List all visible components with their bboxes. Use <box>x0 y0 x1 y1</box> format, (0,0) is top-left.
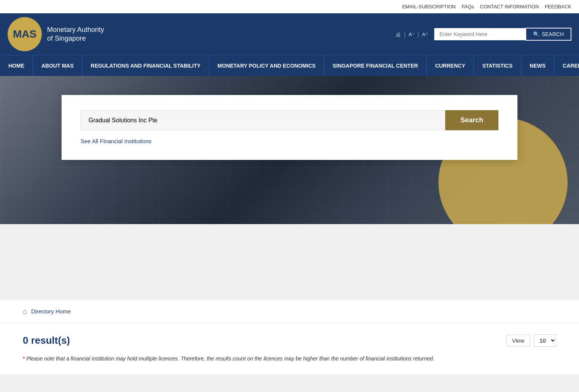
feedback-link[interactable]: FEEDBACK <box>545 4 571 9</box>
separator-1: · <box>458 4 459 9</box>
see-all-institutions-link[interactable]: See All Financial Institutions <box>81 138 152 144</box>
nav-statistics[interactable]: STATISTICS <box>474 55 521 76</box>
nav-careers[interactable]: CAREERS <box>554 55 579 76</box>
separator-3: · <box>541 4 543 9</box>
view-count-select[interactable]: 10 25 50 <box>534 334 556 347</box>
institution-search-box: Search See All Financial Institutions <box>62 95 517 160</box>
view-control: View 10 25 50 <box>506 334 556 347</box>
logo-link[interactable]: MAS Monetary Authority of Singapore <box>8 17 104 51</box>
header: MAS Monetary Authority of Singapore 🖨 | … <box>0 13 579 55</box>
nav-about-mas[interactable]: ABOUT MAS <box>33 55 82 76</box>
print-icon[interactable]: 🖨 <box>395 31 401 38</box>
header-search-input[interactable] <box>434 28 525 40</box>
nav-singapore-fc[interactable]: SINGAPORE FINANCIAL CENTER <box>324 55 427 76</box>
email-subscription-link[interactable]: EMAIL-SUBSCRIPTION <box>402 4 456 9</box>
directory-home-link[interactable]: Directory Home <box>31 308 71 315</box>
view-label: View <box>506 335 530 346</box>
separator-2: · <box>476 4 478 9</box>
disclaimer-text: * Please note that a financial instituti… <box>23 354 556 363</box>
results-header: 0 result(s) View 10 25 50 <box>23 334 556 347</box>
hero-section: Search See All Financial Institutions <box>0 76 579 224</box>
utility-bar: EMAIL-SUBSCRIPTION · FAQs · CONTACT INFO… <box>0 0 579 13</box>
main-nav: HOME ABOUT MAS REGULATIONS AND FINANCIAL… <box>0 55 579 76</box>
header-right: 🖨 | A⁻ | A⁺ 🔍 SEARCH <box>395 28 571 41</box>
nav-news[interactable]: NEWS <box>521 55 554 76</box>
results-count: 0 result(s) <box>23 335 70 346</box>
institution-search-input[interactable] <box>81 110 445 130</box>
header-icons: 🖨 | A⁻ | A⁺ <box>395 31 428 38</box>
faqs-link[interactable]: FAQs <box>462 4 474 9</box>
search-overlay: Search See All Financial Institutions <box>0 95 579 160</box>
logo-initials: MAS <box>13 28 36 40</box>
font-increase-button[interactable]: A⁺ <box>422 32 428 37</box>
results-area: 0 result(s) View 10 25 50 * Please note … <box>0 323 579 374</box>
font-decrease-button[interactable]: A⁻ <box>408 32 414 37</box>
nav-monetary-policy[interactable]: MONETARY POLICY AND ECONOMICS <box>209 55 324 76</box>
nav-currency[interactable]: CURRENCY <box>427 55 474 76</box>
institution-search-button[interactable]: Search <box>445 110 498 130</box>
contact-information-link[interactable]: CONTACT INFORMATION <box>480 4 539 9</box>
home-icon: ⌂ <box>23 307 27 316</box>
header-search-bar: 🔍 SEARCH <box>434 28 571 41</box>
header-search-button[interactable]: 🔍 SEARCH <box>525 28 571 41</box>
nav-regulations[interactable]: REGULATIONS AND FINANCIAL STABILITY <box>82 55 209 76</box>
logo-circle: MAS <box>8 17 42 51</box>
logo-text: Monetary Authority of Singapore <box>47 25 104 43</box>
breadcrumb-bar: ⌂ Directory Home <box>0 300 579 323</box>
content-area: ⌂ Directory Home 0 result(s) View 10 25 … <box>0 300 579 374</box>
search-box-inner: Search <box>81 110 498 130</box>
search-icon: 🔍 <box>533 31 539 37</box>
nav-home[interactable]: HOME <box>0 55 33 76</box>
